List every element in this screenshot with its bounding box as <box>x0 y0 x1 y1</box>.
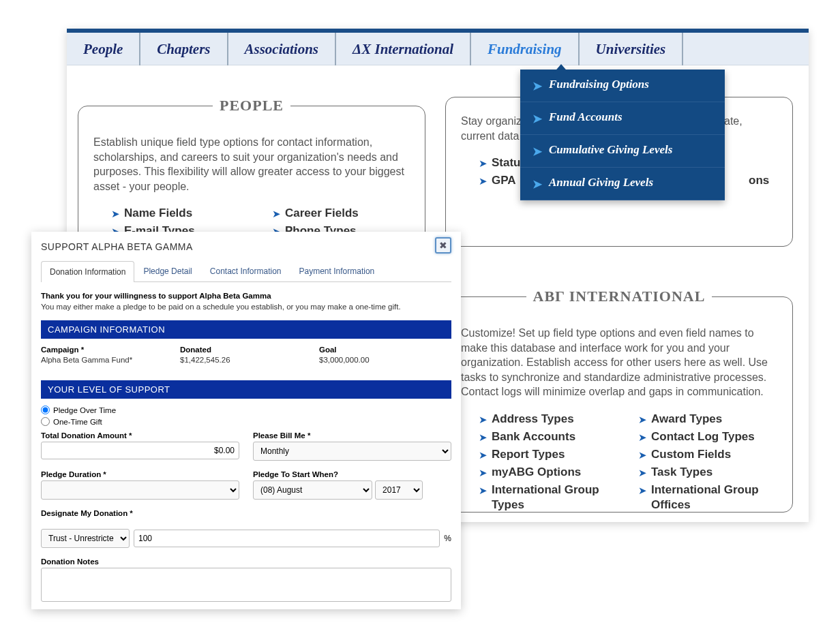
nav-caret-icon <box>553 64 569 74</box>
radio-one-time-label: One-Time Gift <box>53 418 102 426</box>
panel-abg-title: ABΓ INTERNATIONAL <box>526 288 712 305</box>
panel-abg-international: ABΓ INTERNATIONAL Customize! Set up fiel… <box>445 288 793 513</box>
arrow-icon: ➤ <box>479 485 487 497</box>
section-level-support: YOUR LEVEL OF SUPPORT <box>41 380 451 399</box>
designate-percent-input[interactable] <box>134 530 440 547</box>
panel-people-title: PEOPLE <box>213 97 290 114</box>
link-career-fields[interactable]: ➤Career Fields <box>272 206 410 221</box>
dropdown-fund-accounts[interactable]: ➤Fund Accounts <box>520 102 725 135</box>
dropdown-cumulative-giving[interactable]: ➤Cumulative Giving Levels <box>520 135 725 168</box>
link-myabg-options[interactable]: ➤myABG Options <box>479 465 618 480</box>
pledge-start-label: Pledge To Start When? <box>253 470 451 478</box>
pledge-duration-label: Pledge Duration * <box>41 470 239 478</box>
arrow-icon: ➤ <box>479 175 487 187</box>
radio-one-time-row: One-Time Gift <box>41 417 451 426</box>
tab-pledge-detail[interactable]: Pledge Detail <box>134 260 200 281</box>
nav-dx-international[interactable]: ΔX International <box>336 33 471 65</box>
link-label: Report Types <box>492 447 565 462</box>
radio-pledge-label: Pledge Over Time <box>53 406 116 414</box>
arrow-icon: ➤ <box>532 112 542 126</box>
designate-label: Designate My Donation * <box>41 509 451 517</box>
arrow-icon: ➤ <box>532 144 542 159</box>
arrow-icon: ➤ <box>111 208 120 220</box>
link-label: GPA <box>492 173 516 188</box>
link-label: ons <box>749 173 769 188</box>
bill-me-label: Please Bill Me * <box>253 431 451 440</box>
arrow-icon: ➤ <box>638 485 647 497</box>
arrow-icon: ➤ <box>479 431 487 444</box>
link-address-types[interactable]: ➤Address Types <box>479 412 618 427</box>
link-intl-group-offices[interactable]: ➤International Group Offices <box>638 483 777 513</box>
link-ons[interactable]: ons <box>749 173 777 188</box>
link-intl-group-types[interactable]: ➤International Group Types <box>479 483 618 513</box>
pledge-start-month-select[interactable]: (08) August <box>253 480 372 500</box>
donated-label: Donated <box>180 346 312 354</box>
link-label: Bank Accounts <box>492 429 575 444</box>
campaign-label: Campaign * <box>41 346 173 354</box>
arrow-icon: ➤ <box>638 449 647 461</box>
dropdown-label: Cumulative Giving Levels <box>549 143 672 157</box>
thank-you-line: Thank you for your willingness to suppor… <box>41 292 451 300</box>
link-label: Address Types <box>492 412 574 427</box>
panel-abg-text: Customize! Set up field type options and… <box>461 326 777 399</box>
tab-payment-info[interactable]: Payment Information <box>290 260 384 281</box>
nav-people[interactable]: People <box>67 33 140 65</box>
designate-select[interactable]: Trust - Unrestricted <box>41 529 130 548</box>
pledge-duration-select[interactable] <box>41 480 239 500</box>
dropdown-annual-giving[interactable]: ➤Annual Giving Levels <box>520 168 725 200</box>
link-report-types[interactable]: ➤Report Types <box>479 447 618 462</box>
arrow-icon: ➤ <box>532 177 542 192</box>
link-label: myABG Options <box>492 465 581 480</box>
modal-title: SUPPORT ALPHA BETA GAMMA <box>41 241 451 252</box>
nav-fundraising[interactable]: Fundraising <box>471 33 580 65</box>
tab-contact-info[interactable]: Contact Information <box>201 260 290 281</box>
arrow-icon: ➤ <box>479 467 487 479</box>
arrow-icon: ➤ <box>479 414 487 426</box>
arrow-icon: ➤ <box>272 208 281 220</box>
link-label: Custom Fields <box>651 447 731 462</box>
goal-value: $3,000,000.00 <box>319 356 370 364</box>
link-label: International Group Offices <box>651 483 777 513</box>
radio-one-time-gift[interactable] <box>41 417 50 426</box>
link-award-types[interactable]: ➤Award Types <box>638 412 777 427</box>
dropdown-label: Fund Accounts <box>549 110 622 124</box>
dropdown-label: Annual Giving Levels <box>549 176 653 189</box>
arrow-icon: ➤ <box>479 157 487 170</box>
thank-bold: Thank you for your willingness to suppor… <box>41 292 271 300</box>
link-task-types[interactable]: ➤Task Types <box>638 465 777 480</box>
nav-universities[interactable]: Universities <box>580 33 684 65</box>
section-campaign-info: CAMPAIGN INFORMATION <box>41 320 451 339</box>
modal-close-button[interactable]: ✖ <box>435 237 451 254</box>
donation-modal: SUPPORT ALPHA BETA GAMMA ✖ Donation Info… <box>31 232 461 609</box>
nav-associations[interactable]: Associations <box>228 33 337 65</box>
donated-value: $1,422,545.26 <box>180 356 230 364</box>
tab-donation-info[interactable]: Donation Information <box>41 261 134 282</box>
link-label: Task Types <box>651 465 712 480</box>
dropdown-label: Fundraising Options <box>549 78 649 91</box>
total-amount-label: Total Donation Amount * <box>41 431 239 440</box>
donation-notes-label: Donation Notes <box>41 557 451 566</box>
modal-tabs: Donation Information Pledge Detail Conta… <box>41 260 451 282</box>
link-custom-fields[interactable]: ➤Custom Fields <box>638 447 777 462</box>
link-label: Career Fields <box>285 206 359 221</box>
link-label: Statu <box>492 155 521 170</box>
bill-me-select[interactable]: Monthly <box>253 442 451 461</box>
pledge-start-year-select[interactable]: 2017 <box>375 480 423 500</box>
link-label: Contact Log Types <box>651 429 755 444</box>
main-nav: People Chapters Associations ΔX Internat… <box>67 33 809 65</box>
dropdown-fundraising-options[interactable]: ➤Fundraising Options <box>520 70 725 102</box>
arrow-icon: ➤ <box>638 467 647 479</box>
link-name-fields[interactable]: ➤Name Fields <box>111 206 252 221</box>
link-label: Award Types <box>651 412 722 427</box>
campaign-value: Alpha Beta Gamma Fund* <box>41 356 132 364</box>
radio-pledge-over-time[interactable] <box>41 406 50 414</box>
arrow-icon: ➤ <box>479 449 487 461</box>
arrow-icon: ➤ <box>638 414 647 426</box>
total-amount-input[interactable] <box>41 442 239 459</box>
goal-label: Goal <box>319 346 451 354</box>
link-contact-log-types[interactable]: ➤Contact Log Types <box>638 429 777 444</box>
link-bank-accounts[interactable]: ➤Bank Accounts <box>479 429 618 444</box>
donation-notes-textarea[interactable] <box>41 568 451 602</box>
arrow-icon: ➤ <box>638 431 647 444</box>
nav-chapters[interactable]: Chapters <box>140 33 228 65</box>
